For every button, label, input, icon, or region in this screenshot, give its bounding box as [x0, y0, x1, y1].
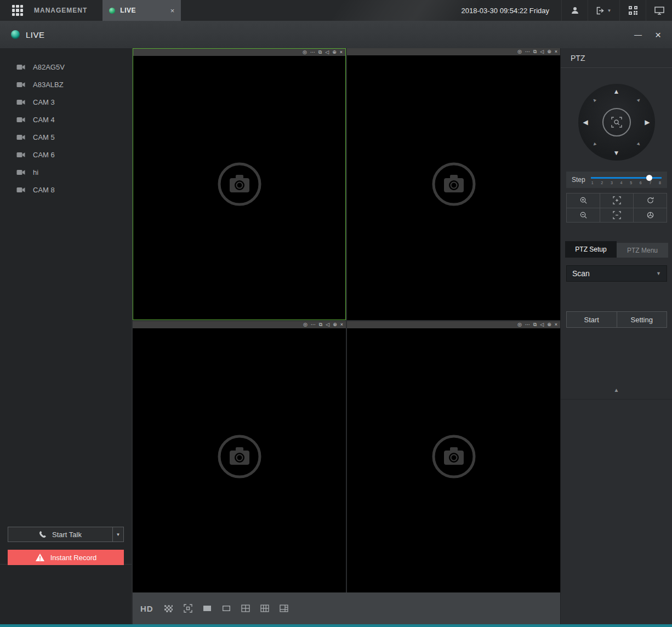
- apps-grid-icon[interactable]: [12, 5, 23, 16]
- video-tile-3[interactable]: ◎ ⋯ ⧉ ◁ ⊕ ×: [133, 321, 346, 593]
- ptz-tabbar: PTZ Setup PTZ Menu: [565, 241, 668, 258]
- ptz-actions: Start Setting: [566, 311, 667, 328]
- start-talk-dropdown[interactable]: ▼: [112, 527, 123, 542]
- logout-caret-icon: ▼: [607, 8, 612, 13]
- zoom-in-button[interactable]: [567, 193, 600, 208]
- close-stream-icon[interactable]: ×: [555, 321, 557, 328]
- more-icon[interactable]: ⋯: [310, 49, 315, 56]
- ptz-left-arrow[interactable]: ◀: [583, 119, 588, 126]
- camera-icon: [16, 99, 25, 105]
- ptz-function-select[interactable]: Scan ▼: [566, 265, 667, 282]
- audio-icon[interactable]: ◁: [540, 321, 544, 328]
- step-slider[interactable]: 1 2 3 4 5 6 7 8: [591, 175, 662, 185]
- setting-button[interactable]: Setting: [617, 311, 668, 328]
- zoom-icon[interactable]: ⊕: [547, 321, 551, 328]
- audio-icon[interactable]: ◁: [540, 48, 544, 55]
- original-ratio-button[interactable]: [164, 605, 173, 613]
- display-mode-button[interactable]: [646, 0, 672, 21]
- video-tile-2[interactable]: ◎ ⋯ ⧉ ◁ ⊕ ×: [347, 48, 560, 320]
- sidebar-item-camera[interactable]: CAM 4: [0, 111, 132, 128]
- four-window-button[interactable]: [241, 604, 250, 613]
- single-screen-icon: [203, 604, 212, 613]
- focus-in-button[interactable]: [600, 193, 633, 208]
- audio-icon[interactable]: ◁: [326, 321, 329, 328]
- tab-ptz-menu[interactable]: PTZ Menu: [617, 243, 668, 258]
- ptz-direction-wheel[interactable]: ▲ ▼ ◀ ▶ ▲ ▲ ▲ ▲: [578, 84, 655, 161]
- ptz-downright-arrow[interactable]: ▲: [635, 141, 642, 148]
- audio-icon[interactable]: ◁: [325, 49, 329, 56]
- ptz-upright-arrow[interactable]: ▲: [635, 96, 642, 104]
- caret-down-icon: ▼: [116, 532, 121, 537]
- step-slider-knob[interactable]: [646, 175, 652, 181]
- eye-icon[interactable]: ◎: [517, 321, 522, 328]
- more-icon[interactable]: ⋯: [525, 48, 530, 55]
- close-stream-icon[interactable]: ×: [340, 49, 343, 56]
- more-icon[interactable]: ⋯: [525, 321, 530, 328]
- snapshot-icon[interactable]: ⧉: [318, 49, 322, 56]
- close-stream-icon[interactable]: ×: [340, 321, 343, 328]
- ptz-3d-position-button[interactable]: [602, 108, 631, 136]
- ptz-up-arrow[interactable]: ▲: [613, 88, 620, 95]
- video-tile-1[interactable]: ◎ ⋯ ⧉ ◁ ⊕ ×: [133, 48, 346, 320]
- close-button[interactable]: ×: [655, 30, 661, 40]
- sidebar-item-camera[interactable]: A82AG5V: [0, 58, 132, 76]
- zoom-icon[interactable]: ⊕: [332, 49, 337, 56]
- single-screen-button[interactable]: [203, 604, 212, 613]
- start-talk-main[interactable]: Start Talk: [8, 527, 112, 542]
- sidebar-item-camera[interactable]: CAM 8: [0, 181, 132, 198]
- minimize-button[interactable]: —: [634, 30, 642, 39]
- sidebar-item-camera[interactable]: hi: [0, 163, 132, 181]
- instant-record-button[interactable]: Instant Record: [8, 550, 124, 565]
- datetime-label: 2018-03-30 09:54:22 Friday: [462, 7, 549, 15]
- fullscreen-icon: [184, 604, 192, 613]
- zoom-out-button[interactable]: [567, 208, 600, 223]
- step-tick: 3: [611, 181, 613, 185]
- warning-icon: [35, 553, 45, 562]
- hd-button[interactable]: HD: [140, 604, 153, 613]
- one-window-button[interactable]: [222, 604, 231, 613]
- sidebar-item-camera[interactable]: CAM 3: [0, 93, 132, 111]
- sidebar-item-camera[interactable]: A83ALBZ: [0, 76, 132, 93]
- sidebar-item-camera[interactable]: CAM 6: [0, 146, 132, 163]
- bottom-edge-strip: [0, 624, 672, 627]
- fullscreen-button[interactable]: [184, 604, 192, 613]
- tab-ptz-setup[interactable]: PTZ Setup: [565, 241, 617, 258]
- zoom-icon[interactable]: ⊕: [547, 48, 551, 55]
- panel-collapse-button[interactable]: ▲: [561, 387, 672, 393]
- eye-icon[interactable]: ◎: [517, 48, 522, 55]
- zoom-icon[interactable]: ⊕: [333, 321, 337, 328]
- video-tile-4[interactable]: ◎ ⋯ ⧉ ◁ ⊕ ×: [347, 321, 560, 593]
- sidebar-item-camera[interactable]: CAM 5: [0, 128, 132, 146]
- camera-label: CAM 4: [33, 116, 55, 124]
- step-tick: 2: [601, 181, 603, 185]
- qr-code-button[interactable]: [619, 0, 646, 21]
- step-tick: 8: [659, 181, 661, 185]
- start-talk-button[interactable]: Start Talk ▼: [8, 527, 124, 542]
- ptz-panel-title: PTZ: [561, 48, 672, 68]
- tab-close-icon[interactable]: ×: [170, 7, 175, 14]
- snapshot-icon[interactable]: ⧉: [319, 321, 322, 328]
- more-icon[interactable]: ⋯: [311, 321, 316, 328]
- eight-window-button[interactable]: [280, 604, 288, 613]
- eye-icon[interactable]: ◎: [303, 49, 307, 56]
- tab-management[interactable]: MANAGEMENT: [34, 7, 87, 14]
- ptz-upleft-arrow[interactable]: ▲: [591, 96, 598, 104]
- logout-button[interactable]: ▼: [588, 0, 619, 21]
- user-button[interactable]: [561, 0, 588, 21]
- iris-close-button[interactable]: [634, 208, 667, 223]
- ptz-right-arrow[interactable]: ▶: [645, 119, 650, 126]
- ptz-down-arrow[interactable]: ▼: [613, 150, 620, 156]
- start-button[interactable]: Start: [566, 311, 617, 328]
- snapshot-icon[interactable]: ⧉: [533, 321, 537, 328]
- tab-live[interactable]: LIVE ×: [102, 0, 181, 21]
- user-icon: [571, 6, 579, 15]
- six-window-button[interactable]: [260, 604, 269, 613]
- camera-icon: [16, 134, 25, 140]
- iris-open-button[interactable]: [634, 193, 667, 208]
- eye-icon[interactable]: ◎: [303, 321, 307, 328]
- focus-out-button[interactable]: [600, 208, 633, 223]
- snapshot-icon[interactable]: ⧉: [533, 48, 537, 55]
- camera-icon: [16, 169, 25, 175]
- close-stream-icon[interactable]: ×: [555, 48, 557, 55]
- ptz-downleft-arrow[interactable]: ▲: [591, 141, 598, 148]
